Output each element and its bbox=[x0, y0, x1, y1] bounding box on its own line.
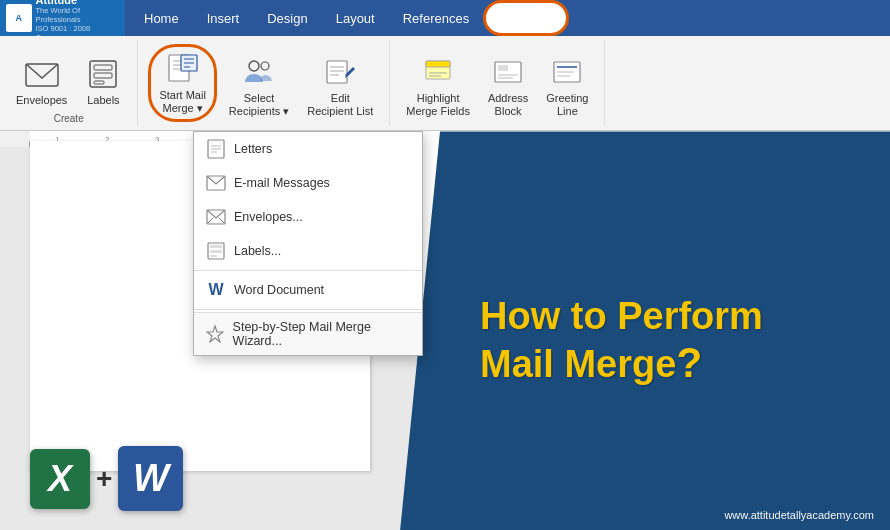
dropdown-item-wizard[interactable]: Step-by-Step Mail Merge Wizard... bbox=[194, 312, 422, 355]
greeting-line-icon bbox=[549, 54, 585, 90]
svg-rect-25 bbox=[498, 65, 508, 71]
select-recipients-icon bbox=[241, 54, 277, 90]
svg-rect-3 bbox=[94, 73, 112, 78]
highlight-merge-fields-button[interactable]: HighlightMerge Fields bbox=[400, 50, 476, 122]
logo-icon: A bbox=[6, 4, 32, 32]
dropdown-envelopes-icon bbox=[206, 207, 226, 227]
start-mail-merge-label: Start MailMerge ▾ bbox=[159, 89, 205, 115]
plus-sign: + bbox=[96, 463, 112, 495]
tab-references[interactable]: References bbox=[389, 0, 483, 36]
address-block-button[interactable]: AddressBlock bbox=[482, 50, 534, 122]
promo-question-mark: ? bbox=[676, 339, 702, 386]
dropdown-item-word-doc[interactable]: W Word Document bbox=[194, 273, 422, 307]
ribbon-group-start: Start MailMerge ▾ SelectRecipients ▾ bbox=[138, 40, 390, 126]
start-mail-merge-button[interactable]: Start MailMerge ▾ bbox=[148, 44, 216, 122]
svg-marker-60 bbox=[207, 326, 223, 342]
tab-home[interactable]: Home bbox=[130, 0, 193, 36]
tab-design[interactable]: Design bbox=[253, 0, 321, 36]
edit-recipient-label: EditRecipient List bbox=[307, 92, 373, 118]
ribbon-group-start-items: Start MailMerge ▾ SelectRecipients ▾ bbox=[148, 44, 379, 122]
word-doc-icon: W bbox=[206, 280, 226, 300]
promo-line2-text: Mail Merge bbox=[480, 343, 676, 385]
dropdown-item-email[interactable]: E-mail Messages bbox=[194, 166, 422, 200]
labels-dd-label: Labels... bbox=[234, 244, 281, 258]
ribbon: A Attitude The World Of Professionals IS… bbox=[0, 0, 890, 131]
word-logo: W bbox=[118, 446, 183, 511]
svg-rect-21 bbox=[426, 61, 450, 67]
word-doc-label: Word Document bbox=[234, 283, 324, 297]
svg-rect-57 bbox=[210, 245, 222, 248]
svg-rect-2 bbox=[94, 65, 112, 70]
create-group-label: Create bbox=[54, 111, 84, 124]
svg-point-13 bbox=[249, 61, 259, 71]
dropdown-item-letters[interactable]: Letters bbox=[194, 132, 422, 166]
ribbon-group-write-items: HighlightMerge Fields AddressBlock bbox=[400, 44, 594, 122]
main-area: 1 2 3 4 5 6 Letters bbox=[0, 131, 890, 530]
ribbon-body: Envelopes Labels Create bbox=[0, 36, 890, 131]
envelopes-button[interactable]: Envelopes bbox=[10, 52, 73, 111]
promo-heading-line1: How to Perform bbox=[480, 295, 850, 339]
email-icon bbox=[206, 173, 226, 193]
promo-heading-line2: Mail Merge? bbox=[480, 339, 850, 387]
tab-mailings[interactable]: Mailings bbox=[483, 0, 569, 36]
svg-point-14 bbox=[261, 62, 269, 70]
dropdown-item-envelopes[interactable]: Envelopes... bbox=[194, 200, 422, 234]
labels-dd-icon bbox=[206, 241, 226, 261]
start-merge-icon bbox=[165, 51, 201, 87]
word-letter: W bbox=[133, 457, 169, 500]
dropdown-item-labels[interactable]: Labels... bbox=[194, 234, 422, 268]
promo-area: How to Perform Mail Merge? www.attitudet… bbox=[400, 131, 890, 530]
logo: A Attitude The World Of Professionals IS… bbox=[0, 0, 125, 36]
dropdown-divider-1 bbox=[194, 270, 422, 271]
tab-insert[interactable]: Insert bbox=[193, 0, 254, 36]
logo-tagline: The World Of Professionals bbox=[36, 6, 119, 24]
wizard-label: Step-by-Step Mail Merge Wizard... bbox=[233, 320, 410, 348]
labels-button[interactable]: Labels bbox=[79, 52, 127, 111]
greeting-line-label: GreetingLine bbox=[546, 92, 588, 118]
ribbon-group-create: Envelopes Labels Create bbox=[0, 40, 138, 126]
select-recipients-button[interactable]: SelectRecipients ▾ bbox=[223, 50, 295, 122]
excel-letter: X bbox=[48, 458, 72, 500]
svg-rect-4 bbox=[94, 81, 104, 84]
select-recipients-label: SelectRecipients ▾ bbox=[229, 92, 289, 118]
highlight-merge-label: HighlightMerge Fields bbox=[406, 92, 470, 118]
app-logos: X + W bbox=[30, 446, 183, 511]
ribbon-tabs: A Attitude The World Of Professionals IS… bbox=[0, 0, 890, 36]
edit-recipient-list-button[interactable]: EditRecipient List bbox=[301, 50, 379, 122]
envelopes-label: Envelopes bbox=[16, 94, 67, 107]
edit-recipient-icon bbox=[322, 54, 358, 90]
svg-rect-15 bbox=[327, 61, 347, 83]
email-label: E-mail Messages bbox=[234, 176, 330, 190]
envelopes-dd-label: Envelopes... bbox=[234, 210, 303, 224]
letters-icon bbox=[206, 139, 226, 159]
labels-icon bbox=[85, 56, 121, 92]
promo-url: www.attitudetallyacademy.com bbox=[724, 509, 874, 521]
svg-rect-59 bbox=[210, 255, 217, 257]
letters-label: Letters bbox=[234, 142, 272, 156]
labels-label: Labels bbox=[87, 94, 119, 107]
dropdown-divider-2 bbox=[194, 309, 422, 310]
address-block-icon bbox=[490, 54, 526, 90]
highlight-icon bbox=[420, 54, 456, 90]
envelope-icon bbox=[24, 56, 60, 92]
dropdown-menu: Letters E-mail Messages Envelopes... bbox=[193, 131, 423, 356]
ribbon-group-write: HighlightMerge Fields AddressBlock bbox=[390, 40, 605, 126]
address-block-label: AddressBlock bbox=[488, 92, 528, 118]
wizard-icon bbox=[206, 324, 225, 344]
excel-logo: X bbox=[30, 449, 90, 509]
svg-rect-58 bbox=[210, 250, 222, 253]
greeting-line-button[interactable]: GreetingLine bbox=[540, 50, 594, 122]
tab-layout[interactable]: Layout bbox=[322, 0, 389, 36]
ribbon-group-create-items: Envelopes Labels bbox=[10, 44, 127, 111]
